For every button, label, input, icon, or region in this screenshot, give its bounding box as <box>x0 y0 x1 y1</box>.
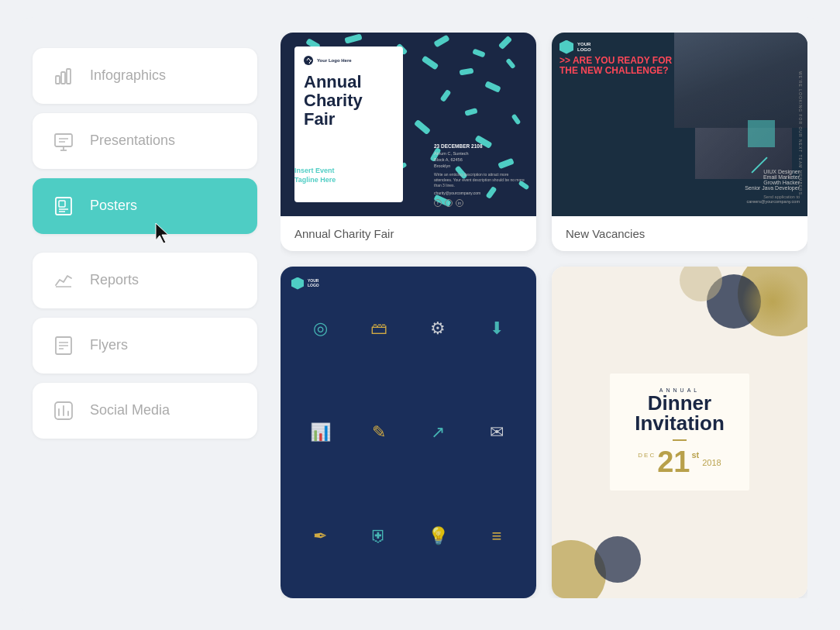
vacancies-poster-image: YOUR LOGO >> ARE YOU READY F <box>552 33 807 216</box>
vacancies-roles: UIUX Designer Email Marketer Growth Hack… <box>745 169 800 204</box>
vacancies-teal-accent <box>748 120 775 147</box>
sidebar-item-infographics[interactable]: Infographics <box>33 48 257 104</box>
charity-tagline: Insert EventTagline Here <box>294 167 336 184</box>
charity-logo-text: Your Logo Here <box>317 58 352 63</box>
reports-icon <box>50 267 77 294</box>
sidebar-item-social-media[interactable]: Social Media <box>33 383 257 439</box>
tech-icon-briefcase: 🗃 <box>355 282 403 375</box>
dinner-suffix: st <box>691 450 699 460</box>
charity-email: charity@yourcompany.com <box>434 191 527 195</box>
vacancies-logo-text: YOUR LOGO <box>577 42 591 52</box>
tech-poster-image: YOUR LOGO ◎ 🗃 ⚙ ⬇ 📊 ✎ ↗ ✉ ✒ <box>281 267 536 598</box>
vacancies-logo-hex <box>559 40 573 54</box>
sidebar-item-label: Flyers <box>90 337 128 353</box>
sidebar-item-label: Infographics <box>90 67 166 84</box>
card-new-vacancies[interactable]: YOUR LOGO >> ARE YOU READY F <box>552 33 807 251</box>
dinner-watercolor-1 <box>742 270 804 332</box>
social-icon <box>50 397 77 425</box>
card-tech-poster[interactable]: YOUR LOGO ◎ 🗃 ⚙ ⬇ 📊 ✎ ↗ ✉ ✒ <box>281 267 536 598</box>
card-dinner-invitation[interactable]: ANNUAL Dinner Invitation DEC 21 st 2018 <box>552 267 807 598</box>
svg-rect-3 <box>55 134 72 146</box>
sidebar-item-label: Posters <box>90 198 137 214</box>
dinner-content: ANNUAL Dinner Invitation DEC 21 st 2018 <box>610 374 749 491</box>
sidebar-item-reports[interactable]: Reports <box>33 253 257 308</box>
charity-logo-row: Your Logo Here <box>304 56 394 65</box>
card-annual-charity-fair[interactable]: Your Logo Here Annual Charity Fair Inser… <box>281 33 536 251</box>
tech-icon-chart: 📊 <box>296 386 344 479</box>
sidebar: Infographics Presentations <box>33 33 257 598</box>
tech-icon-arrow: ↗ <box>414 386 462 479</box>
charity-description: Write an enticing description to attract… <box>434 172 527 188</box>
dinner-dec-label: DEC <box>638 452 656 459</box>
tech-icon-pie: ◎ <box>296 282 344 375</box>
role-4: Senior Java Developer <box>745 185 800 191</box>
sidebar-item-flyers[interactable]: Flyers <box>33 318 257 374</box>
dinner-title-line1: Dinner <box>628 393 731 413</box>
sidebar-item-posters[interactable]: Posters <box>33 178 257 234</box>
tech-icon-shield: ⛨ <box>355 490 403 583</box>
tech-icon-pen: ✒ <box>296 490 344 583</box>
bar-chart-icon <box>50 62 77 90</box>
charity-social-links: f t in <box>434 199 527 207</box>
dinner-inner-card: ANNUAL Dinner Invitation DEC 21 st 2018 <box>610 374 749 491</box>
dinner-title-line2: Invitation <box>628 413 731 433</box>
charity-title: Annual Charity Fair <box>304 73 394 129</box>
social-icon-1: f <box>434 199 442 207</box>
dinner-year: 2018 <box>702 458 721 467</box>
sidebar-item-label: Presentations <box>90 133 175 149</box>
presentation-icon <box>50 127 77 155</box>
charity-venue: Atrium C, SuntechBlock A, 62456Brooklyn <box>434 150 527 170</box>
tech-icon-bulb: 💡 <box>414 490 462 583</box>
tech-icon-pencil: ✎ <box>355 386 403 479</box>
vacancies-logo: YOUR LOGO <box>559 40 591 54</box>
tech-icon-mail: ✉ <box>473 386 521 479</box>
tech-icons-grid: ◎ 🗃 ⚙ ⬇ 📊 ✎ ↗ ✉ ✒ ⛨ 💡 ≡ <box>281 267 536 598</box>
poster-icon <box>50 192 77 220</box>
social-icon-3: in <box>456 199 463 207</box>
vacancies-email: careers@yourcompany.com <box>745 199 800 204</box>
charity-poster-image: Your Logo Here Annual Charity Fair Inser… <box>281 33 536 216</box>
svg-rect-0 <box>56 76 60 84</box>
role-3: Growth Hacker <box>745 180 800 185</box>
card-label-vacancies: New Vacancies <box>552 216 807 251</box>
role-1: UIUX Designer <box>745 169 800 174</box>
card-label-charity: Annual Charity Fair <box>281 216 536 251</box>
dinner-circle-navy-bl <box>594 536 641 583</box>
vacancies-photo <box>674 33 807 128</box>
dinner-date-row: DEC 21 st 2018 <box>628 447 731 477</box>
content-grid: Your Logo Here Annual Charity Fair Inser… <box>281 33 807 598</box>
sidebar-item-presentations[interactable]: Presentations <box>33 113 257 169</box>
sidebar-item-label: Social Media <box>90 402 170 418</box>
tech-icon-download: ⬇ <box>473 282 521 375</box>
dinner-divider <box>673 439 687 441</box>
charity-details: 23 DECEMBER 2108 Atrium C, SuntechBlock … <box>434 143 527 207</box>
vacancies-headline: >> ARE YOU READY FOR THE NEW CHALLENGE? <box>559 56 680 76</box>
svg-rect-9 <box>59 201 65 207</box>
role-2: Email Marketer <box>745 174 800 180</box>
charity-date: 23 DECEMBER 2108 <box>434 143 527 149</box>
svg-rect-1 <box>61 72 65 84</box>
dinner-day: 21 <box>657 447 690 477</box>
social-icon-2: t <box>445 199 453 207</box>
flyers-icon <box>50 332 77 360</box>
svg-rect-2 <box>67 69 71 84</box>
dinner-poster-image: ANNUAL Dinner Invitation DEC 21 st 2018 <box>552 267 807 598</box>
tech-icon-list: ≡ <box>473 490 521 583</box>
tech-icon-settings: ⚙ <box>414 282 462 375</box>
sidebar-item-label: Reports <box>90 272 139 288</box>
